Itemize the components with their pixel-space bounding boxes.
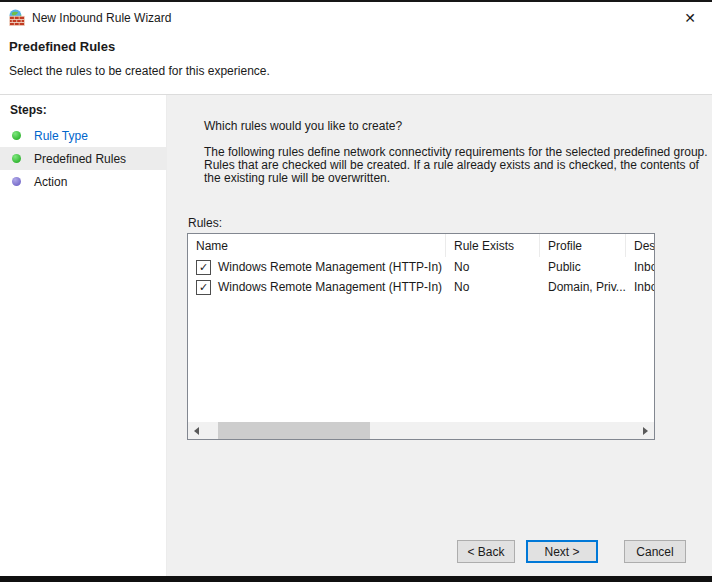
rules-table-header: Name Rule Exists Profile Desc — [188, 234, 654, 257]
rule-description-value: Inbou — [626, 257, 654, 277]
steps-sidebar: Steps: Rule Type Predefined Rules Action — [0, 95, 167, 576]
column-header-name[interactable]: Name — [188, 234, 446, 257]
table-row[interactable]: ✓ Windows Remote Management (HTTP-In) No… — [188, 277, 654, 297]
table-row[interactable]: ✓ Windows Remote Management (HTTP-In) No… — [188, 257, 654, 277]
wizard-window: New Inbound Rule Wizard ✕ Predefined Rul… — [0, 0, 712, 582]
rules-table: Name Rule Exists Profile Desc ✓ Windows … — [187, 233, 655, 440]
window-bottom-edge — [0, 576, 712, 582]
step-label: Predefined Rules — [34, 152, 126, 166]
checkmark-icon: ✓ — [199, 262, 208, 273]
step-label: Rule Type — [34, 129, 88, 143]
main-panel: Which rules would you like to create? Th… — [167, 95, 712, 576]
firewall-icon — [8, 9, 25, 26]
column-header-description[interactable]: Desc — [626, 234, 654, 257]
step-item-predefined-rules: Predefined Rules — [0, 147, 166, 170]
step-label: Action — [34, 175, 67, 189]
step-upcoming-dot-icon — [12, 177, 21, 186]
rule-profile-value: Public — [540, 257, 626, 277]
table-empty-area — [188, 297, 654, 422]
column-header-profile[interactable]: Profile — [540, 234, 626, 257]
rule-exists-value: No — [446, 277, 540, 297]
window-title: New Inbound Rule Wizard — [32, 11, 171, 25]
scrollbar-right-arrow-icon[interactable] — [637, 422, 654, 439]
wizard-body: Steps: Rule Type Predefined Rules Action… — [0, 95, 712, 576]
rule-description-value: Inbou — [626, 277, 654, 297]
close-icon: ✕ — [684, 10, 696, 26]
rule-checkbox[interactable]: ✓ — [196, 260, 211, 275]
scrollbar-track[interactable] — [205, 422, 637, 439]
cancel-button[interactable]: Cancel — [624, 540, 686, 563]
rule-exists-value: No — [446, 257, 540, 277]
step-done-dot-icon — [12, 131, 21, 140]
titlebar: New Inbound Rule Wizard ✕ — [0, 2, 712, 33]
step-item-rule-type[interactable]: Rule Type — [0, 124, 166, 147]
scrollbar-left-arrow-icon[interactable] — [188, 422, 205, 439]
checkmark-icon: ✓ — [199, 282, 208, 293]
back-button[interactable]: < Back — [457, 540, 515, 563]
steps-heading: Steps: — [0, 95, 166, 124]
question-text: Which rules would you like to create? — [204, 119, 402, 133]
wizard-header: Predefined Rules Select the rules to be … — [0, 33, 712, 95]
rule-checkbox[interactable]: ✓ — [196, 280, 211, 295]
horizontal-scrollbar[interactable] — [188, 422, 654, 439]
description-text: The following rules define network conne… — [204, 146, 708, 185]
rule-name: Windows Remote Management (HTTP-In) — [218, 260, 442, 274]
next-button[interactable]: Next > — [526, 540, 598, 563]
step-item-action: Action — [0, 170, 166, 193]
close-button[interactable]: ✕ — [672, 2, 708, 33]
column-header-rule-exists[interactable]: Rule Exists — [446, 234, 540, 257]
rule-profile-value: Domain, Priv... — [540, 277, 626, 297]
description-line: the existing rule will be overwritten. — [204, 172, 708, 185]
scrollbar-thumb[interactable] — [218, 422, 370, 439]
page-subtitle: Select the rules to be created for this … — [0, 54, 712, 78]
page-title: Predefined Rules — [0, 33, 712, 54]
rule-name: Windows Remote Management (HTTP-In) — [218, 280, 442, 294]
rules-list-label: Rules: — [188, 216, 222, 230]
step-done-dot-icon — [12, 154, 21, 163]
